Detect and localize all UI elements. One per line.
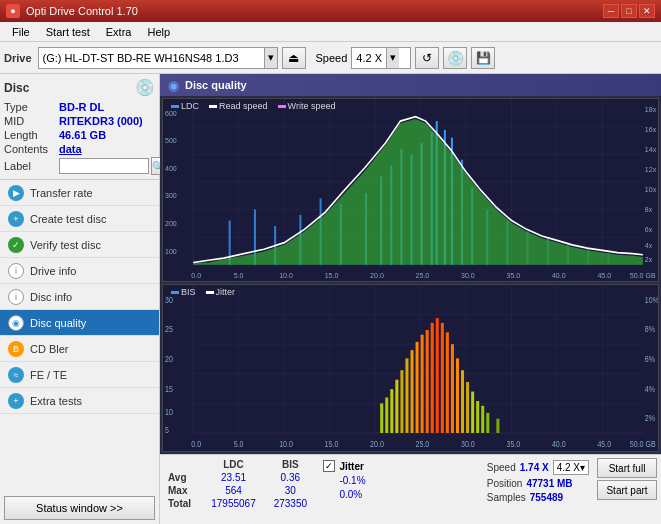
svg-text:15: 15: [165, 384, 173, 394]
speed-label: Speed: [316, 52, 348, 64]
disc-quality-label: Disc quality: [30, 317, 86, 329]
max-ldc: 564: [202, 484, 266, 497]
svg-text:35.0: 35.0: [506, 440, 520, 450]
refresh-button[interactable]: ↺: [415, 47, 439, 69]
disc-contents-row: Contents data: [4, 143, 155, 155]
svg-rect-104: [476, 401, 479, 433]
nav-verify-test-disc[interactable]: ✓ Verify test disc: [0, 232, 159, 258]
start-full-label: Start full: [609, 463, 646, 474]
maximize-button[interactable]: □: [621, 4, 637, 18]
top-chart: LDC Read speed Write speed: [162, 98, 659, 282]
jitter-legend-label: Jitter: [216, 287, 236, 297]
svg-rect-94: [426, 330, 429, 433]
disc-panel-title: Disc: [4, 81, 29, 95]
ldc-legend-color: [171, 105, 179, 108]
svg-rect-105: [481, 406, 484, 433]
read-speed-legend-label: Read speed: [219, 101, 268, 111]
speed-selector[interactable]: 4.2 X ▾: [351, 47, 411, 69]
svg-rect-92: [416, 342, 419, 433]
nav-cd-bler[interactable]: B CD Bler: [0, 336, 159, 362]
svg-text:15.0: 15.0: [325, 440, 339, 450]
bis-legend-label: BIS: [181, 287, 196, 297]
legend-jitter: Jitter: [206, 287, 236, 297]
menu-file[interactable]: File: [4, 24, 38, 40]
svg-text:20.0: 20.0: [370, 440, 384, 450]
drive-selector[interactable]: (G:) HL-DT-ST BD-RE WH16NS48 1.D3 ▾: [38, 47, 278, 69]
position-row: Position 47731 MB: [487, 478, 589, 489]
menu-start-test[interactable]: Start test: [38, 24, 98, 40]
start-full-button[interactable]: Start full: [597, 458, 657, 478]
toolbar: Drive (G:) HL-DT-ST BD-RE WH16NS48 1.D3 …: [0, 42, 661, 74]
nav-extra-tests[interactable]: + Extra tests: [0, 388, 159, 414]
app-title: Opti Drive Control 1.70: [26, 5, 138, 17]
disc-info-icon: i: [8, 289, 24, 305]
svg-text:0.0: 0.0: [191, 440, 201, 450]
status-btn-label: Status window >>: [36, 502, 123, 514]
settings-button[interactable]: 💿: [443, 47, 467, 69]
avg-jitter: -0.1%: [323, 475, 474, 486]
menu-extra[interactable]: Extra: [98, 24, 140, 40]
legend-bis: BIS: [171, 287, 196, 297]
svg-text:40.0: 40.0: [552, 440, 566, 450]
jitter-checkbox[interactable]: ✓: [323, 460, 335, 472]
legend-ldc: LDC: [171, 101, 199, 111]
nav-disc-info[interactable]: i Disc info: [0, 284, 159, 310]
drive-info-icon: i: [8, 263, 24, 279]
nav-drive-info[interactable]: i Drive info: [0, 258, 159, 284]
disc-panel: Disc 💿 Type BD-R DL MID RITEKDR3 (000) L…: [0, 74, 159, 180]
write-speed-legend-color: [278, 105, 286, 108]
menu-help[interactable]: Help: [139, 24, 178, 40]
svg-rect-85: [380, 404, 383, 434]
svg-text:50.0 GB: 50.0 GB: [630, 440, 656, 450]
label-input[interactable]: [59, 158, 149, 174]
save-button[interactable]: 💾: [471, 47, 495, 69]
svg-rect-101: [461, 371, 464, 434]
title-bar-left: ● Opti Drive Control 1.70: [6, 4, 138, 18]
speed-dropdown-arrow[interactable]: ▾: [386, 48, 399, 68]
ldc-legend-label: LDC: [181, 101, 199, 111]
col-header-label: [164, 458, 202, 471]
window-controls: ─ □ ✕: [603, 4, 655, 18]
type-value: BD-R DL: [59, 101, 104, 113]
contents-value[interactable]: data: [59, 143, 82, 155]
mid-value: RITEKDR3 (000): [59, 115, 143, 127]
svg-rect-97: [441, 323, 444, 433]
svg-text:5.0: 5.0: [234, 440, 244, 450]
nav-transfer-rate[interactable]: ▶ Transfer rate: [0, 180, 159, 206]
svg-text:0.0: 0.0: [191, 271, 201, 280]
total-bis: 273350: [265, 497, 315, 510]
svg-rect-106: [486, 413, 489, 433]
speed-dropdown-selector[interactable]: 4.2 X ▾: [553, 460, 589, 475]
avg-label: Avg: [164, 471, 202, 484]
svg-text:10.0: 10.0: [279, 271, 293, 280]
jitter-header-row: ✓ Jitter: [323, 460, 474, 472]
position-value: 47731 MB: [526, 478, 572, 489]
start-part-button[interactable]: Start part: [597, 480, 657, 500]
svg-rect-103: [471, 392, 474, 433]
length-key: Length: [4, 129, 59, 141]
nav-fe-te[interactable]: ≈ FE / TE: [0, 362, 159, 388]
close-button[interactable]: ✕: [639, 4, 655, 18]
minimize-button[interactable]: ─: [603, 4, 619, 18]
drive-dropdown-arrow[interactable]: ▾: [264, 48, 277, 68]
svg-rect-91: [411, 350, 414, 433]
bis-legend-color: [171, 291, 179, 294]
charts-container: LDC Read speed Write speed: [160, 96, 661, 454]
svg-text:300: 300: [165, 191, 177, 200]
eject-button[interactable]: ⏏: [282, 47, 306, 69]
status-window-button[interactable]: Status window >>: [4, 496, 155, 520]
nav-create-test-disc[interactable]: + Create test disc: [0, 206, 159, 232]
svg-text:500: 500: [165, 136, 177, 145]
jitter-legend-color: [206, 291, 214, 294]
start-part-label: Start part: [606, 485, 647, 496]
app-icon: ●: [6, 4, 20, 18]
svg-text:15.0: 15.0: [325, 271, 339, 280]
nav-disc-quality[interactable]: ◉ Disc quality: [0, 310, 159, 336]
svg-rect-96: [436, 318, 439, 433]
col-header-ldc: LDC: [202, 458, 266, 471]
disc-info-label: Disc info: [30, 291, 72, 303]
samples-label: Samples: [487, 492, 526, 503]
svg-text:25: 25: [165, 325, 173, 335]
svg-rect-90: [405, 359, 408, 434]
disc-panel-header: Disc 💿: [4, 78, 155, 97]
